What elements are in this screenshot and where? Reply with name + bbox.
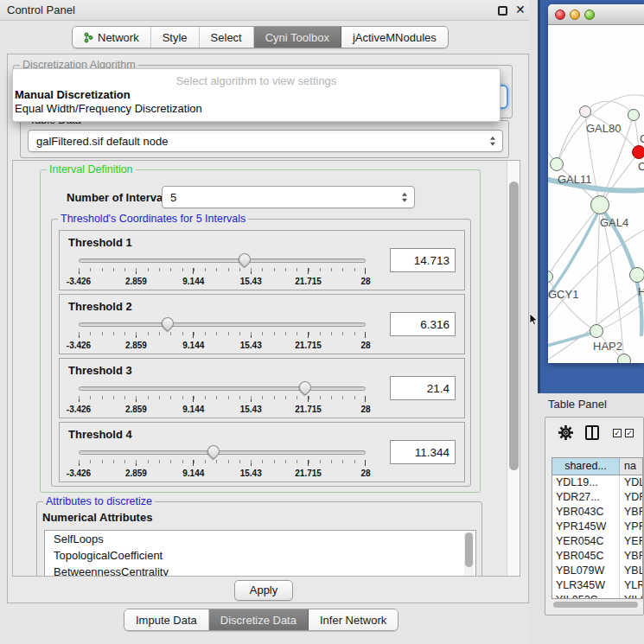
tab-impute-data[interactable]: Impute Data xyxy=(124,609,209,630)
threshold-1-panel: Threshold 1 -3.426 2.859 9.144 15.43 21.… xyxy=(59,230,465,290)
threshold-2-panel: Threshold 2 -3.426 2.859 9.144 15.43 21.… xyxy=(59,294,465,354)
attributes-group: Attributes to discretize Numerical Attri… xyxy=(36,501,482,577)
slider-minor-ticks xyxy=(79,332,366,335)
table-data-combobox-value: galFiltered.sif default node xyxy=(36,135,168,148)
combo-stepper-icon xyxy=(490,137,495,146)
threshold-1-slider[interactable]: -3.426 2.859 9.144 15.43 21.715 28 xyxy=(79,252,366,288)
threshold-1-label: Threshold 1 xyxy=(68,236,132,249)
tab-jactivemnodules[interactable]: jActiveMNodules xyxy=(341,27,448,48)
network-window-titlebar[interactable] xyxy=(548,4,644,25)
numerical-attributes-label: Numerical Attributes xyxy=(42,511,152,524)
node-label-partial-c: C xyxy=(638,160,644,173)
slider-minor-ticks xyxy=(79,396,366,399)
cyni-toolbox-pane: Discretization Algorithm Select algorith… xyxy=(7,54,529,603)
threshold-4-value-field[interactable] xyxy=(390,440,456,464)
tab-select[interactable]: Select xyxy=(200,27,254,48)
float-window-icon[interactable] xyxy=(498,6,507,16)
node-label-partial-ga: GA xyxy=(640,132,644,145)
close-traffic-light-icon[interactable] xyxy=(555,10,565,20)
slider-minor-ticks xyxy=(79,460,366,463)
list-scrollbar[interactable] xyxy=(464,532,474,577)
minimize-traffic-light-icon[interactable] xyxy=(570,10,580,20)
list-item[interactable]: BetweennessCentrality xyxy=(45,564,475,577)
node-label-gal80: GAL80 xyxy=(586,122,621,135)
close-icon[interactable]: ✕ xyxy=(515,3,526,16)
checkbox-icon[interactable] xyxy=(625,429,634,437)
slider-track[interactable] xyxy=(79,386,366,391)
column-view-icon[interactable] xyxy=(585,425,599,440)
threshold-1-value-field[interactable] xyxy=(390,248,456,272)
node-label-gal11: GAL11 xyxy=(558,173,592,186)
control-panel-window: Control Panel ✕ Network Style Select Cyn… xyxy=(0,0,536,644)
threshold-2-value-field[interactable] xyxy=(390,312,456,336)
slider-thumb[interactable] xyxy=(236,251,253,268)
tab-style[interactable]: Style xyxy=(151,27,200,48)
network-canvas[interactable]: GAL80 GA C GAL11 GAL4 GCY1 H HAP2 xyxy=(548,25,644,363)
node-label-gcy1: GCY1 xyxy=(548,288,578,301)
slider-minor-ticks xyxy=(79,268,366,271)
tab-network-label: Network xyxy=(98,31,139,44)
table-data-combobox[interactable]: galFiltered.sif default node xyxy=(28,130,503,152)
tab-infer-network[interactable]: Infer Network xyxy=(309,609,398,630)
threshold-3-panel: Threshold 3 -3.426 2.859 9.144 15.43 21.… xyxy=(59,358,465,418)
slider-thumb[interactable] xyxy=(296,379,314,396)
main-vertical-scrollbar[interactable] xyxy=(507,161,520,577)
apply-button[interactable]: Apply xyxy=(234,580,293,601)
control-panel-tabbar: Network Style Select Cyni Toolbox jActiv… xyxy=(72,26,449,48)
slider-track[interactable] xyxy=(79,258,366,263)
network-view-window: GAL80 GA C GAL11 GAL4 GCY1 H HAP2 xyxy=(548,4,644,363)
list-item[interactable]: SelfLoops xyxy=(45,531,475,547)
number-of-intervals-label: Number of Intervals xyxy=(67,191,172,204)
node-bottom[interactable] xyxy=(617,354,631,363)
numerical-attributes-list: SelfLoops TopologicalCoefficient Between… xyxy=(44,530,476,577)
node-selected-red[interactable] xyxy=(632,145,644,159)
threshold-3-slider[interactable]: -3.426 2.859 9.144 15.43 21.715 28 xyxy=(79,379,366,416)
table-panel-title: Table Panel xyxy=(548,398,607,411)
algorithm-option-equal-width[interactable]: Equal Width/Frequency Discretization xyxy=(15,102,202,115)
column-header-shared-name[interactable]: shared... xyxy=(552,458,620,475)
algorithm-option-manual[interactable]: Manual Discretization xyxy=(15,88,131,101)
threshold-3-value-field[interactable] xyxy=(390,376,456,400)
table-row[interactable]: YDL19...YDL1 xyxy=(552,475,642,490)
table-row[interactable]: YBL079WYBL0 xyxy=(552,564,642,578)
slider-track[interactable] xyxy=(79,322,366,327)
node-hap2[interactable] xyxy=(590,324,603,338)
column-header-name[interactable]: na xyxy=(620,458,642,475)
node-right-h[interactable] xyxy=(629,267,644,283)
table-row[interactable]: YLR345WYLR3 xyxy=(552,578,642,593)
checkbox-icon[interactable] xyxy=(613,429,622,437)
node-gal4[interactable] xyxy=(590,195,609,214)
combo-stepper-icon xyxy=(402,193,407,202)
scrollbar-thumb[interactable] xyxy=(509,182,519,470)
table-row[interactable]: YPR145WYPR1 xyxy=(552,520,642,534)
network-view-frame: GAL80 GA C GAL11 GAL4 GCY1 H HAP2 xyxy=(538,0,644,393)
node-gal11[interactable] xyxy=(550,157,564,171)
table-row[interactable]: YIL052CYIL0 xyxy=(552,593,642,599)
table-row[interactable]: YDR27...YDR2 xyxy=(552,490,642,505)
list-item[interactable]: TopologicalCoefficient xyxy=(45,547,475,564)
threshold-4-panel: Threshold 4 -3.426 2.859 9.144 15.43 21.… xyxy=(59,422,465,482)
table-horizontal-scrollbar[interactable] xyxy=(552,601,642,609)
threshold-4-slider[interactable]: -3.426 2.859 9.144 15.43 21.715 28 xyxy=(79,443,366,480)
number-of-intervals-combobox[interactable]: 5 xyxy=(162,186,415,208)
threshold-4-label: Threshold 4 xyxy=(68,428,132,441)
slider-thumb[interactable] xyxy=(159,315,176,332)
slider-track[interactable] xyxy=(79,450,366,455)
tab-network[interactable]: Network xyxy=(73,27,151,48)
node-gal80[interactable] xyxy=(579,105,591,118)
threshold-2-slider[interactable]: -3.426 2.859 9.144 15.43 21.715 28 xyxy=(79,316,366,352)
slider-thumb[interactable] xyxy=(205,443,222,460)
tab-cyni-toolbox[interactable]: Cyni Toolbox xyxy=(254,27,341,48)
number-of-intervals-value: 5 xyxy=(170,191,176,204)
table-panel: shared... na YDL19...YDL1 YDR27...YDR2 Y… xyxy=(545,417,644,615)
node-top-right[interactable] xyxy=(628,109,640,121)
table-row[interactable]: YBR043CYBR0 xyxy=(552,505,642,520)
attributes-group-title: Attributes to discretize xyxy=(43,495,155,507)
threshold-3-label: Threshold 3 xyxy=(68,364,132,377)
table-row[interactable]: YER054CYER0 xyxy=(552,534,642,549)
gear-icon[interactable] xyxy=(558,424,574,441)
tab-discretize-data[interactable]: Discretize Data xyxy=(209,609,309,630)
maximize-traffic-light-icon[interactable] xyxy=(584,10,595,20)
scrollbar-thumb[interactable] xyxy=(553,602,638,608)
table-row[interactable]: YBR045CYBR0 xyxy=(552,549,642,564)
